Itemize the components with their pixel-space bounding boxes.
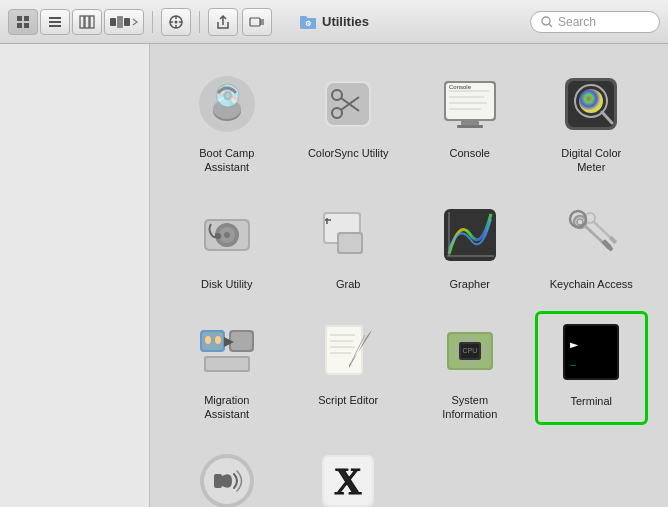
svg-rect-108: [565, 326, 617, 378]
app-keychain[interactable]: Keychain Access: [535, 195, 649, 295]
svg-rect-7: [80, 16, 84, 28]
svg-line-25: [549, 24, 552, 27]
digital-color-icon-wrapper: [555, 68, 627, 140]
svg-rect-1: [24, 16, 29, 21]
app-label: Keychain Access: [550, 277, 633, 291]
view-grid-button[interactable]: [8, 9, 38, 35]
app-colorsync[interactable]: ColorSync Utility: [292, 64, 406, 179]
window-title-area: ⚙ Utilities: [299, 13, 369, 31]
keychain-icon-wrapper: [555, 199, 627, 271]
search-label: Search: [558, 15, 596, 29]
svg-rect-6: [49, 25, 61, 27]
voiceover-icon-wrapper: [191, 445, 263, 507]
x11-icon: X: [317, 450, 379, 507]
svg-rect-10: [110, 18, 116, 26]
disk-icon-wrapper: [191, 199, 263, 271]
app-label: Terminal: [570, 394, 612, 408]
colorsync-icon: [317, 73, 379, 135]
app-label: Migration Assistant: [182, 393, 272, 422]
svg-point-48: [579, 89, 603, 113]
app-label: Digital Color Meter: [546, 146, 636, 175]
svg-text:💿: 💿: [213, 82, 241, 109]
terminal-icon-wrapper: ► _: [555, 316, 627, 388]
view-columns-button[interactable]: [72, 9, 102, 35]
toolbar-divider-2: [199, 11, 200, 33]
svg-rect-2: [17, 23, 22, 28]
app-grab[interactable]: Grab: [292, 195, 406, 295]
app-disk-utility[interactable]: Disk Utility: [170, 195, 284, 295]
script-editor-icon: [317, 320, 379, 382]
terminal-icon: ► _: [560, 321, 622, 383]
migration-icon-wrapper: [191, 315, 263, 387]
migration-icon: [196, 320, 258, 382]
app-system-info[interactable]: CPU System Information: [413, 311, 527, 426]
grapher-icon: [439, 204, 501, 266]
svg-rect-59: [339, 234, 361, 252]
app-label: Grapher: [450, 277, 490, 291]
app-label: Console: [450, 146, 490, 160]
svg-point-76: [205, 336, 211, 344]
tag-button[interactable]: [242, 8, 272, 36]
svg-rect-43: [461, 121, 479, 125]
svg-rect-11: [117, 16, 123, 28]
voiceover-icon: [196, 450, 258, 507]
app-label: System Information: [425, 393, 515, 422]
view-list-button[interactable]: [40, 9, 70, 35]
view-coverflow-button[interactable]: [104, 9, 144, 35]
app-label: ColorSync Utility: [308, 146, 389, 160]
search-icon: [541, 16, 553, 28]
app-console[interactable]: Console Console: [413, 64, 527, 179]
svg-rect-0: [17, 16, 22, 21]
grapher-icon-wrapper: [434, 199, 506, 271]
digital-color-icon: [560, 73, 622, 135]
svg-point-24: [542, 17, 550, 25]
svg-rect-79: [231, 332, 252, 350]
app-grid: 💿 Boot CampAssistant: [160, 64, 658, 507]
main-area: 💿 Boot CampAssistant: [0, 44, 668, 507]
folder-icon: ⚙: [299, 13, 317, 31]
svg-rect-19: [250, 18, 260, 26]
svg-text:X: X: [335, 460, 362, 502]
app-label: Script Editor: [318, 393, 378, 407]
svg-rect-83: [327, 327, 361, 373]
toolbar-divider-1: [152, 11, 153, 33]
svg-rect-44: [457, 125, 483, 128]
action-button[interactable]: [161, 8, 191, 36]
app-voiceover[interactable]: VoiceOver Utility: [170, 441, 284, 507]
boot-camp-icon-wrapper: 💿: [191, 68, 263, 140]
svg-rect-113: [214, 474, 222, 488]
svg-text:CPU: CPU: [462, 347, 477, 354]
sidebar: [0, 44, 150, 507]
app-digital-color-meter[interactable]: Digital Color Meter: [535, 64, 649, 179]
svg-point-14: [175, 20, 178, 23]
app-terminal[interactable]: ► _ Terminal: [535, 311, 649, 426]
svg-point-54: [224, 232, 230, 238]
share-button[interactable]: [208, 8, 238, 36]
grab-icon: [317, 204, 379, 266]
grab-icon-wrapper: [312, 199, 384, 271]
console-icon: Console: [439, 73, 501, 135]
app-script-editor[interactable]: Script Editor: [292, 311, 406, 426]
app-label: Boot CampAssistant: [199, 146, 254, 175]
console-icon-wrapper: Console: [434, 68, 506, 140]
app-migration[interactable]: Migration Assistant: [170, 311, 284, 426]
svg-rect-5: [49, 21, 61, 23]
window-title: Utilities: [322, 14, 369, 29]
svg-text:►: ►: [570, 336, 579, 352]
svg-rect-3: [24, 23, 29, 28]
svg-text:Console: Console: [449, 84, 472, 90]
svg-rect-9: [90, 16, 94, 28]
app-grapher[interactable]: Grapher: [413, 195, 527, 295]
svg-rect-81: [206, 358, 248, 370]
app-x11[interactable]: X X11: [292, 441, 406, 507]
svg-point-55: [215, 233, 221, 239]
system-info-icon-wrapper: CPU: [434, 315, 506, 387]
search-box[interactable]: Search: [530, 11, 660, 33]
content-area: 💿 Boot CampAssistant: [150, 44, 668, 507]
svg-point-77: [215, 336, 221, 344]
svg-text:_: _: [570, 354, 577, 366]
svg-rect-12: [124, 18, 130, 26]
app-label: Grab: [336, 277, 360, 291]
disk-icon: [196, 204, 258, 266]
app-boot-camp[interactable]: 💿 Boot CampAssistant: [170, 64, 284, 179]
